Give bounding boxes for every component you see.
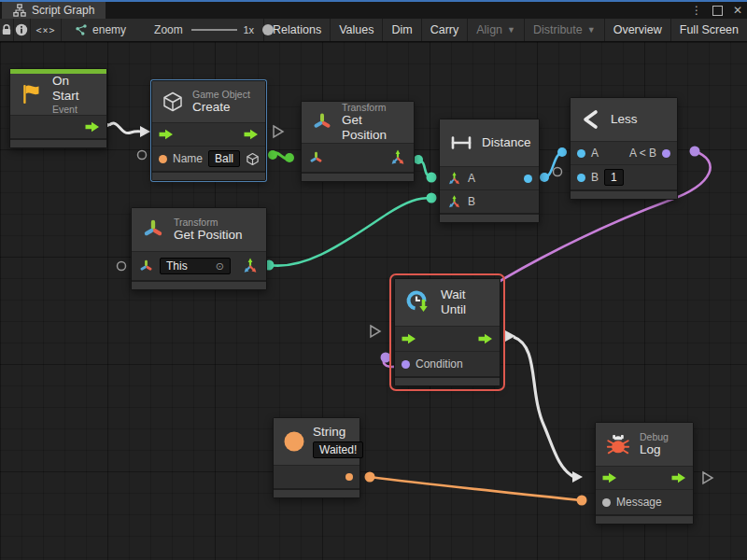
wire-getpositiontop-to-distance-a (414, 155, 437, 183)
node-title: Get Position (342, 113, 404, 143)
full-screen-button[interactable]: Full Screen (670, 19, 747, 41)
wire-onstart-to-create (101, 119, 150, 137)
node-distance[interactable]: Distance A (439, 119, 540, 223)
port-a-label: A (468, 172, 475, 185)
node-create-game-object[interactable]: Game Object Create Name Ball (151, 80, 266, 181)
distance-icon (449, 134, 473, 151)
port-b-label: B (591, 171, 599, 184)
node-title: String (313, 425, 363, 440)
transform-input-port[interactable] (138, 259, 154, 274)
carry-button[interactable]: Carry (421, 19, 468, 41)
node-category: Transform (174, 217, 243, 228)
wire-create-to-getposition (268, 150, 294, 162)
node-footer (10, 138, 106, 147)
control-output-port[interactable] (244, 129, 259, 140)
overview-button[interactable]: Overview (604, 19, 670, 41)
string-icon (283, 430, 305, 453)
control-output-port[interactable] (671, 472, 686, 483)
tab-bar: Script Graph ⋮ ✕ (0, 0, 747, 19)
tab-title: Script Graph (32, 4, 94, 17)
transform-icon (311, 111, 333, 133)
node-title: On Start (52, 74, 97, 104)
chevron-down-icon: ▼ (587, 25, 596, 35)
graph-reference[interactable]: enemy (75, 19, 126, 41)
align-dropdown[interactable]: Align▼ (467, 19, 524, 41)
wait-clock-icon (404, 288, 432, 316)
b-value-field[interactable]: 1 (604, 169, 624, 186)
window-focus-accent (0, 0, 747, 2)
node-get-position-top[interactable]: Transform Get Position (301, 101, 415, 182)
game-object-cube-icon (162, 91, 184, 113)
transform-input-port[interactable] (308, 150, 324, 166)
node-title: Wait Until (441, 287, 490, 317)
bug-icon (605, 431, 631, 457)
zoom-slider[interactable] (191, 24, 238, 35)
object-picker-icon[interactable]: ⊙ (216, 259, 224, 273)
node-title: Create (192, 100, 250, 115)
control-input-port[interactable] (402, 333, 416, 344)
graph-canvas[interactable]: On Start Event G (0, 42, 747, 560)
node-subtitle: Event (52, 104, 97, 115)
b-input-port[interactable] (577, 174, 585, 182)
position-output-port[interactable] (388, 148, 407, 167)
script-graph-window: Script Graph ⋮ ✕ <×> (0, 0, 747, 560)
name-value-field[interactable]: Ball (208, 150, 240, 167)
position-output-port[interactable] (241, 257, 260, 275)
dim-button[interactable]: Dim (382, 19, 420, 41)
chevron-down-icon: ▼ (507, 25, 515, 35)
string-output-port[interactable] (345, 473, 353, 481)
game-object-output-port[interactable] (246, 152, 260, 166)
less-than-icon (580, 108, 602, 131)
inspect-button[interactable] (14, 19, 31, 41)
flag-icon (20, 82, 44, 106)
node-footer (395, 376, 500, 385)
maximize-button[interactable] (712, 6, 723, 16)
wire-waituntil-to-debuglog (505, 330, 583, 483)
control-input-port[interactable] (602, 472, 617, 483)
close-button[interactable]: ✕ (733, 4, 742, 17)
node-get-position-mid[interactable]: Transform Get Position This ⊙ (131, 207, 267, 290)
zoom-value: 1x (243, 24, 254, 35)
node-less[interactable]: Less A A < B B 1 (570, 97, 678, 200)
node-debug-log[interactable]: Debug Log Message (595, 422, 694, 525)
lock-icon (0, 23, 13, 36)
name-input-port[interactable] (159, 155, 167, 163)
node-string-literal[interactable]: String Waited! (273, 417, 360, 498)
lock-button[interactable] (0, 19, 14, 41)
control-input-port[interactable] (159, 129, 174, 140)
node-title: Less (611, 112, 638, 127)
node-footer (596, 514, 693, 524)
zoom-slider-handle[interactable] (262, 24, 274, 35)
control-output-port[interactable] (85, 121, 100, 133)
comparison-output-port[interactable] (662, 149, 670, 158)
tab-script-graph[interactable]: Script Graph (2, 2, 106, 19)
a-input-port[interactable] (577, 149, 585, 158)
string-value-field[interactable]: Waited! (313, 441, 363, 458)
node-footer (440, 213, 539, 222)
vector-a-input-port[interactable] (446, 171, 462, 187)
node-footer (274, 488, 359, 497)
distribute-dropdown[interactable]: Distribute▼ (524, 19, 604, 41)
condition-input-port[interactable] (402, 360, 410, 369)
node-category: Debug (640, 431, 669, 442)
message-label: Message (616, 496, 662, 509)
info-icon (15, 23, 28, 36)
more-options-button[interactable]: ⋮ (691, 4, 702, 17)
control-output-port[interactable] (478, 333, 493, 344)
values-button[interactable]: Values (330, 19, 382, 41)
distance-output-port[interactable] (524, 175, 532, 183)
node-on-start-event[interactable]: On Start Event (9, 68, 107, 148)
target-object-field[interactable]: This ⊙ (160, 258, 231, 274)
node-title: Get Position (174, 228, 243, 243)
graph-name: enemy (92, 23, 126, 36)
target-object-value: This (166, 259, 188, 273)
node-wait-until[interactable]: Wait Until Condition (394, 278, 500, 386)
node-category: Game Object (192, 89, 250, 100)
node-footer (132, 280, 266, 289)
message-input-port[interactable] (602, 498, 611, 507)
transform-icon (141, 217, 165, 242)
vector-b-input-port[interactable] (446, 194, 462, 210)
code-preview-button[interactable]: <×> (31, 19, 62, 41)
script-graph-icon (13, 4, 26, 17)
node-footer (302, 172, 414, 181)
